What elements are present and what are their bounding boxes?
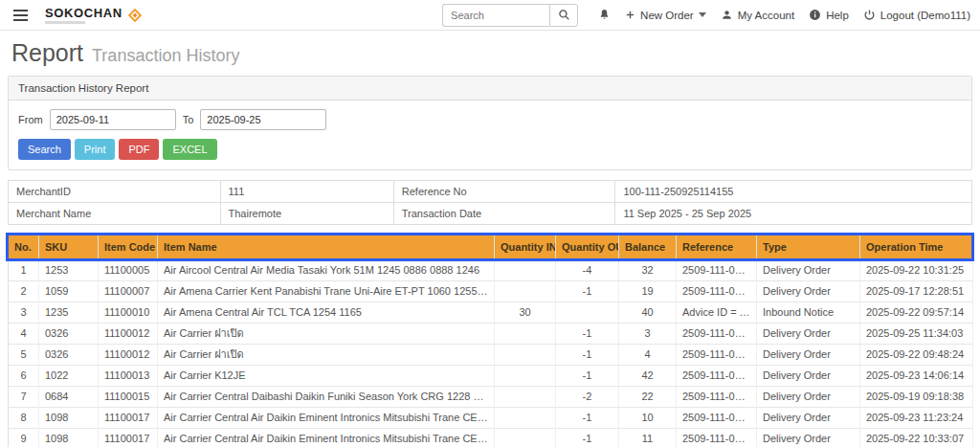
- cell-qty_in: [495, 387, 556, 408]
- cell-reference: 2509-111-02860: [677, 408, 757, 429]
- brand-tagline: [45, 21, 85, 24]
- logout-menu[interactable]: Logout (Demo111): [863, 9, 970, 21]
- print-button[interactable]: Print: [75, 139, 116, 160]
- cell-item_code: 11100005: [99, 260, 158, 281]
- table-row: 2105911100007Air Amena Carrier Kent Pana…: [9, 281, 973, 302]
- cell-item_name: Air Carrier Central Air Daikin Eminent I…: [158, 429, 495, 447]
- cell-balance: 42: [619, 366, 677, 387]
- from-label: From: [18, 114, 43, 125]
- brand-mark-icon: [127, 8, 143, 23]
- cell-item_name: Air Amena Carrier Kent Panabishi Trane U…: [158, 281, 495, 302]
- cell-item_name: Air Carrier ฝาเปิด: [158, 324, 495, 345]
- cell-balance: 40: [619, 302, 677, 324]
- cell-no: 4: [9, 324, 39, 345]
- column-header-reference: Reference: [677, 235, 757, 260]
- cell-item_name: Air Carrier Central Daibashi Daikin Funi…: [158, 387, 495, 408]
- excel-button[interactable]: EXCEL: [163, 139, 216, 160]
- search-input[interactable]: [442, 4, 549, 27]
- cell-item_code: 11100015: [99, 387, 158, 408]
- search-button[interactable]: [549, 4, 578, 27]
- cell-type: Delivery Order: [757, 345, 860, 366]
- my-account-label: My Account: [738, 10, 794, 21]
- cell-reference: 2509-111-02737: [677, 429, 757, 447]
- table-row: 3123511100010Air Amena Central Air TCL T…: [9, 302, 973, 324]
- power-icon: [863, 9, 876, 21]
- column-header-type: Type: [757, 235, 860, 260]
- brand-logo[interactable]: SOKOCHAN: [45, 7, 143, 24]
- pdf-button[interactable]: PDF: [119, 139, 159, 160]
- plus-icon: [625, 10, 635, 20]
- cell-item_name: Air Aircool Central Air Media Tasaki Yor…: [158, 260, 495, 281]
- cell-balance: 4: [619, 345, 677, 366]
- page-title: Report: [11, 39, 83, 67]
- cell-reference: 2509-111-02906: [677, 366, 757, 387]
- cell-type: Delivery Order: [757, 366, 860, 387]
- cell-time: 2025-09-23 14:06:14: [860, 366, 973, 387]
- table-row: 5032611100012Air Carrier ฝาเปิด-142509-1…: [9, 345, 973, 366]
- cell-time: 2025-09-22 09:48:24: [860, 345, 973, 366]
- cell-reference: 2509-111-02411: [677, 387, 757, 408]
- cell-balance: 10: [619, 408, 677, 429]
- cell-qty_in: [495, 366, 556, 387]
- topbar-search: [442, 4, 578, 27]
- cell-item_code: 11100013: [99, 366, 158, 387]
- logout-label: Logout (Demo111): [880, 10, 970, 21]
- menu-icon[interactable]: [10, 6, 32, 25]
- table-row: 9109811100017Air Carrier Central Air Dai…: [9, 429, 973, 447]
- cell-type: Inbound Notice: [757, 302, 860, 324]
- report-table: No.SKUItem CodeItem NameQuantity INQuant…: [8, 235, 973, 447]
- cell-balance: 22: [619, 387, 677, 408]
- cell-item_name: Air Carrier K12JE: [158, 366, 495, 387]
- page-head: Report Transaction History: [0, 31, 980, 71]
- cell-balance: 11: [619, 429, 677, 447]
- column-header-time: Operation Time: [860, 235, 973, 260]
- cell-sku: 1235: [39, 302, 99, 324]
- cell-qty_in: [495, 345, 556, 366]
- summary-label: Transaction Date: [393, 203, 615, 225]
- cell-qty_in: [495, 260, 556, 281]
- cell-qty_out: -1: [556, 366, 619, 387]
- cell-item_code: 11100012: [99, 345, 158, 366]
- search-icon: [558, 9, 570, 21]
- cell-type: Delivery Order: [757, 408, 860, 429]
- search-report-button[interactable]: Search: [18, 139, 71, 160]
- cell-item_code: 11100007: [99, 281, 158, 302]
- cell-qty_in: [495, 408, 556, 429]
- help-menu[interactable]: Help: [809, 9, 849, 21]
- cell-time: 2025-09-22 09:57:14: [860, 302, 973, 324]
- cell-type: Delivery Order: [757, 260, 860, 281]
- new-order-menu[interactable]: New Order: [625, 10, 706, 21]
- topbar-left: SOKOCHAN: [10, 6, 143, 25]
- cell-reference: 2509-111-02745: [677, 260, 757, 281]
- cell-qty_in: [495, 429, 556, 447]
- cell-type: Delivery Order: [757, 429, 860, 447]
- cell-reference: 2509-111-02193: [677, 281, 757, 302]
- cell-qty_out: [556, 302, 619, 324]
- report-table-wrap: No.SKUItem CodeItem NameQuantity INQuant…: [8, 235, 972, 447]
- filter-panel: Transaction History Report From To Searc…: [8, 76, 972, 170]
- cell-no: 5: [9, 345, 39, 366]
- table-row: 1125311100005Air Aircool Central Air Med…: [9, 260, 973, 281]
- from-date-input[interactable]: [50, 109, 176, 130]
- topbar-right: New Order My Account Help Logout (Demo11…: [442, 4, 970, 27]
- table-row: 4032611100012Air Carrier ฝาเปิด-132509-1…: [9, 324, 973, 345]
- report-table-body: 1125311100005Air Aircool Central Air Med…: [9, 260, 973, 447]
- to-date-input[interactable]: [200, 109, 326, 130]
- to-label: To: [183, 114, 194, 125]
- cell-type: Delivery Order: [757, 281, 860, 302]
- cell-qty_in: [495, 281, 556, 302]
- info-icon: [809, 9, 821, 21]
- summary-value: 100-111-250925114155: [615, 181, 972, 203]
- cell-reference: 2509-111-03122: [677, 324, 757, 345]
- cell-qty_in: 30: [495, 302, 556, 324]
- cell-item_name: Air Amena Central Air TCL TCA 1254 1165: [158, 302, 495, 324]
- my-account-menu[interactable]: My Account: [721, 9, 794, 21]
- notifications-bell-icon[interactable]: [598, 9, 611, 21]
- page-subtitle: Transaction History: [92, 46, 239, 66]
- cell-no: 2: [9, 281, 39, 302]
- cell-time: 2025-09-17 12:28:51: [860, 281, 973, 302]
- cell-type: Delivery Order: [757, 324, 860, 345]
- cell-time: 2025-09-25 11:34:03: [860, 324, 973, 345]
- cell-item_name: Air Carrier ฝาเปิด: [158, 345, 495, 366]
- table-row: 8109811100017Air Carrier Central Air Dai…: [9, 408, 973, 429]
